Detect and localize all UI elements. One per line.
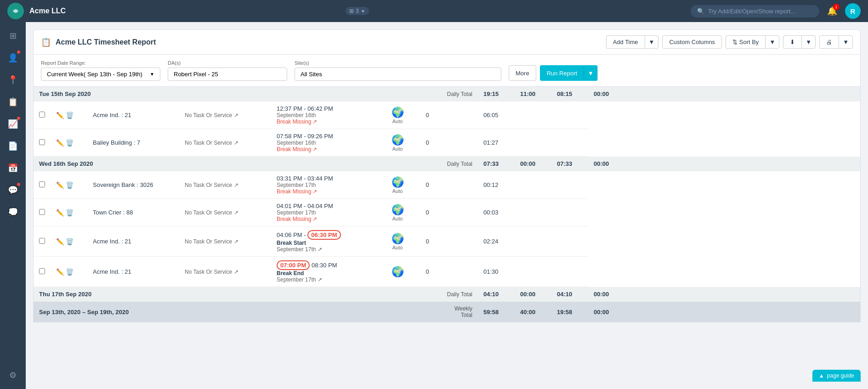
row5-site: Acme Ind. : 21 [87,226,179,257]
logo-icon [9,5,22,17]
sort-by-dropdown[interactable]: ▼ [765,35,779,49]
row3-break-missing[interactable]: Break Missing ↗ [277,188,376,195]
sidebar-item-locations[interactable]: 📍 [3,70,23,90]
add-time-group: Add Time ▼ [606,35,659,49]
row5-task-link[interactable]: No Task Or Service ↗ [185,238,266,245]
sort-by-button[interactable]: ⇅ Sort By [726,35,765,49]
da-label: DA(s) [168,60,287,66]
row2-site: Bailey Building : 7 [87,129,179,157]
row2-overtime: 0 [414,129,441,157]
site-select[interactable]: All Sites [295,68,501,81]
row1-duration: 06:05 [478,101,515,129]
row1-actions: ✏️ 🗑️ [51,101,87,129]
row4-time-range: 04:01 PM - 04:04 PM [277,203,376,209]
row3-duration: 00:12 [478,171,515,199]
row1-delete-icon[interactable]: 🗑️ [66,112,74,119]
row4-delete-icon[interactable]: 🗑️ [66,209,74,216]
tue-col2: 11:00 [515,87,551,101]
row3-checkbox[interactable] [39,181,45,187]
sidebar-item-dashboard[interactable]: ⊞ [3,26,23,46]
run-report-dropdown[interactable]: ▼ [584,65,598,81]
row6-highlighted-start: 07:00 PM [277,260,310,270]
sidebar-item-chat[interactable]: 💭 [3,202,23,222]
row5-globe-icon: 🌍 [387,233,408,245]
row6-task: No Task Or Service ↗ [179,257,271,287]
row3-task-link[interactable]: No Task Or Service ↗ [185,182,266,188]
row4-break-missing[interactable]: Break Missing ↗ [277,216,376,222]
analytics-dot [17,117,20,120]
row1-checkbox[interactable] [39,112,45,118]
page-guide[interactable]: ▲ page guide [812,370,861,382]
print-dropdown[interactable]: ▼ [839,35,853,49]
row2-edit-icon[interactable]: ✏️ [56,139,64,147]
wed-col1: 07:33 [478,157,515,171]
users-dot [17,51,20,54]
more-button[interactable]: More [509,65,536,81]
timesheet-table: Tue 15th Sep 2020 Daily Total 19:15 11:0… [34,87,860,322]
row5-delete-icon[interactable]: 🗑️ [66,238,74,245]
row5-break-label: Break Start [277,240,376,246]
row1-break-missing[interactable]: Break Missing ↗ [277,118,376,125]
row2-delete-icon[interactable]: 🗑️ [66,139,74,147]
row6-break-label: Break End [277,270,376,276]
da-select[interactable]: Robert Pixel - 25 [168,68,287,81]
row6-task-link[interactable]: No Task Or Service ↗ [185,269,266,275]
date-range-chevron: ▼ [150,72,154,77]
row3-site: Sovereign Bank : 3026 [87,171,179,199]
row1-edit-icon[interactable]: ✏️ [56,112,64,119]
print-button[interactable]: 🖨 [819,35,839,49]
sidebar-item-documents[interactable]: 📄 [3,136,23,156]
row2-break-missing[interactable]: Break Missing ↗ [277,146,376,152]
date-range-select[interactable]: Current Week( Sep 13th - Sep 19th) ▼ [41,68,160,81]
sidebar-item-messages[interactable]: 💬 [3,180,23,200]
download-button[interactable]: ⬇ [783,35,801,49]
row5-edit-icon[interactable]: ✏️ [56,238,64,245]
row6-delete-icon[interactable]: 🗑️ [66,268,74,276]
page-guide-label: page guide [827,372,854,379]
add-time-button[interactable]: Add Time [606,35,645,49]
dashboard-icon: ⊞ [10,31,17,41]
row5-checkbox[interactable] [39,238,45,244]
report-title-area: 📋 Acme LLC Timesheet Report [41,37,156,47]
row1-overtime: 0 [414,101,441,129]
download-dropdown[interactable]: ▼ [801,35,816,49]
search-icon: 🔍 [697,8,704,15]
da-value: Robert Pixel - 25 [174,71,218,78]
row4-checkbox[interactable] [39,209,45,215]
user-avatar[interactable]: R [845,3,861,19]
search-bar[interactable]: 🔍 Try Add/Edit/Open/Show report... [691,5,819,17]
tue-date: Tue 15th Sep 2020 [34,87,441,101]
run-report-group: Run Report ▼ [540,65,598,81]
site-label: Site(s) [295,60,501,66]
custom-columns-button[interactable]: Custom Columns [662,35,722,49]
row4-globe-icon: 🌍 [387,204,408,216]
sidebar-item-users[interactable]: 👤 [3,48,23,68]
row6-checkbox[interactable] [39,268,45,274]
sidebar-item-reports[interactable]: 📋 [3,92,23,112]
sidebar-item-analytics[interactable]: 📈 [3,114,23,134]
row1-date: September 16th [277,112,376,118]
row2-checkbox[interactable] [39,139,45,145]
add-time-dropdown[interactable]: ▼ [645,35,659,49]
row2-task-link[interactable]: No Task Or Service ↗ [185,140,266,146]
row3-delete-icon[interactable]: 🗑️ [66,181,74,189]
notifications-button[interactable]: 🔔 1 [825,4,840,18]
row4-edit-icon[interactable]: ✏️ [56,209,64,216]
row6-duration: 01:30 [478,257,515,287]
row2-date: September 16th [277,140,376,146]
date-range-filter: Report Date Range: Current Week( Sep 13t… [41,60,160,81]
row1-task-link[interactable]: No Task Or Service ↗ [185,112,266,118]
weekly-total-val1: 59:58 [478,302,515,322]
run-report-button[interactable]: Run Report [540,65,584,81]
sidebar-item-calendar[interactable]: 📅 [3,158,23,178]
table-container: Tue 15th Sep 2020 Daily Total 19:15 11:0… [33,87,861,322]
sidebar-item-settings[interactable]: ⚙ [3,365,23,385]
row3-edit-icon[interactable]: ✏️ [56,181,64,189]
row6-site: Acme Ind. : 21 [87,257,179,287]
row5-auto-label: Auto [387,245,408,250]
row4-task-link[interactable]: No Task Or Service ↗ [185,209,266,216]
row6-edit-icon[interactable]: ✏️ [56,268,64,276]
row5-time: 04:06 PM - 06:30 PM Break Start Septembe… [271,226,381,257]
row1-globe-icon: 🌍 [387,107,408,118]
nav-badge[interactable]: ⊞ 3 ▼ [346,7,369,15]
